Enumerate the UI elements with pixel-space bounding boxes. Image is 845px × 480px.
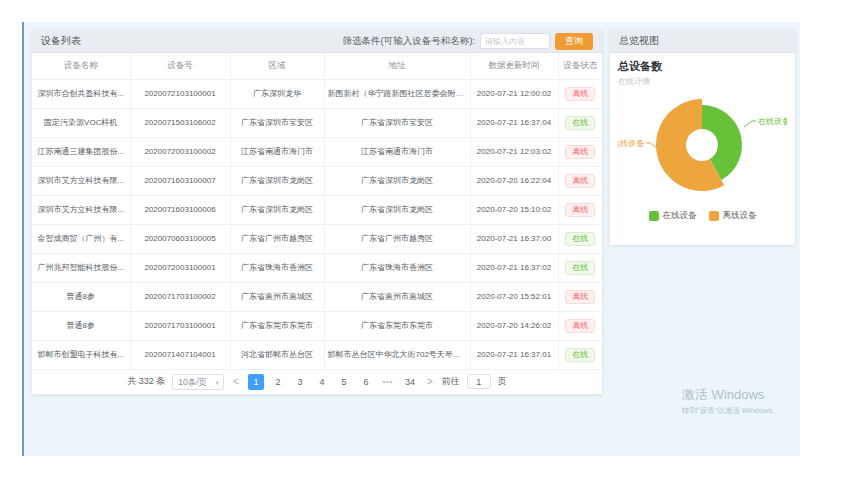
table-row[interactable]: 普通8参2020071703100001广东省东莞市东莞市广东省东莞市东莞市20… — [32, 311, 602, 340]
table-cell: 邯郸市丛台区中华北大街702号天琴大厦4-A02 — [324, 340, 470, 369]
table-cell: 邯郸市创盟电子科技有... — [32, 340, 130, 369]
overview-title: 总览视图 — [619, 34, 659, 48]
page-button[interactable]: 2 — [270, 374, 286, 390]
table-cell: 2020-07-21 16:37:04 — [470, 108, 558, 137]
table-cell: 离线 — [558, 282, 602, 311]
watermark-line1: 激活 Windows — [682, 386, 780, 404]
page-button[interactable]: 6 — [358, 374, 374, 390]
windows-activation-watermark: 激活 Windows 转到"设置"以激活 Windows。 — [682, 386, 780, 416]
legend-item-offline[interactable]: 离线设备 — [709, 210, 757, 222]
table-row[interactable]: 固定污染源VOC样机2020071503106002广东省深圳市宝安区广东省深圳… — [32, 108, 602, 137]
device-table-body: 深圳市合创共盈科技有...2020072103100001广东深圳龙华新围新村（… — [32, 79, 602, 369]
table-cell: 广东省东莞市东莞市 — [230, 311, 324, 340]
page-button[interactable]: 3 — [292, 374, 308, 390]
table-cell: 2020071703100001 — [130, 311, 230, 340]
table-cell: 广东省广州市越秀区 — [324, 224, 470, 253]
table-cell: 离线 — [558, 195, 602, 224]
legend-label: 在线设备 — [663, 210, 697, 222]
table-cell: 广东省深圳市龙岗区 — [324, 166, 470, 195]
table-cell: 2020070603100005 — [130, 224, 230, 253]
table-row[interactable]: 江苏南通三建集团股份...2020072003100002江苏省南通市海门市江苏… — [32, 137, 602, 166]
device-list-header: 设备列表 筛选条件(可输入设备号和名称): 查询 — [32, 30, 602, 53]
table-cell: 广东省珠海市香洲区 — [230, 253, 324, 282]
table-cell: 普通8参 — [32, 311, 130, 340]
table-row[interactable]: 深圳市艾方立科技有限...2020071603100007广东省深圳市龙岗区广东… — [32, 166, 602, 195]
table-cell: 江苏南通三建集团股份... — [32, 137, 130, 166]
page-size-value: 10条/页 — [178, 377, 207, 387]
status-badge: 离线 — [565, 87, 595, 101]
column-header: 数据更新时间 — [470, 53, 558, 79]
filter-input[interactable] — [480, 33, 550, 49]
status-badge: 离线 — [565, 174, 595, 188]
table-cell: 新围新村（华宁路新围社区居委会附近）广东省深... — [324, 79, 470, 108]
table-cell: 金智成商贸（广州）有... — [32, 224, 130, 253]
prev-page-button[interactable]: < — [231, 376, 241, 387]
table-cell: 2020-07-21 16:37:02 — [470, 253, 558, 282]
table-cell: 在线 — [558, 108, 602, 137]
table-row[interactable]: 深圳市合创共盈科技有...2020072103100001广东深圳龙华新围新村（… — [32, 79, 602, 108]
table-cell: 2020-07-20 16:22:04 — [470, 166, 558, 195]
next-page-button[interactable]: > — [425, 376, 435, 387]
table-cell: 2020071407104001 — [130, 340, 230, 369]
table-row[interactable]: 广州兆邦智能科技股份...2020072003100001广东省珠海市香洲区广东… — [32, 253, 602, 282]
table-cell: 广东省东莞市东莞市 — [324, 311, 470, 340]
table-row[interactable]: 金智成商贸（广州）有...2020070603100005广东省广州市越秀区广东… — [32, 224, 602, 253]
chevron-down-icon: ▾ — [216, 376, 220, 390]
page-button[interactable]: 1 — [248, 374, 264, 390]
table-cell: 固定污染源VOC样机 — [32, 108, 130, 137]
table-cell: 深圳市艾方立科技有限... — [32, 195, 130, 224]
chart-title: 总设备数 — [618, 59, 787, 74]
goto-label: 前往 — [442, 375, 460, 388]
table-cell: 广东省惠州市惠城区 — [230, 282, 324, 311]
column-header: 设备名称 — [32, 53, 130, 79]
status-badge: 离线 — [565, 290, 595, 304]
table-cell: 广东省深圳市龙岗区 — [230, 195, 324, 224]
status-badge: 离线 — [565, 203, 595, 217]
search-button[interactable]: 查询 — [555, 33, 593, 50]
pager-ellipsis: ••• — [380, 374, 396, 390]
status-badge: 在线 — [565, 232, 595, 246]
overview-card: 总览视图 总设备数 在线详情 在线设备 离线设备 在线设备 离线设备 — [610, 30, 795, 245]
table-cell: 河北省邯郸市丛台区 — [230, 340, 324, 369]
table-cell: 广东省深圳市宝安区 — [324, 108, 470, 137]
table-cell: 2020-07-20 14:26:02 — [470, 311, 558, 340]
column-header: 设备号 — [130, 53, 230, 79]
table-cell: 广东省惠州市惠城区 — [324, 282, 470, 311]
table-cell: 2020-07-21 16:37:01 — [470, 340, 558, 369]
filter-bar: 筛选条件(可输入设备号和名称): 查询 — [343, 33, 593, 50]
table-cell: 2020072103100001 — [130, 79, 230, 108]
table-cell: 2020072003100001 — [130, 253, 230, 282]
table-cell: 广东省广州市越秀区 — [230, 224, 324, 253]
overview-body: 总设备数 在线详情 在线设备 离线设备 在线设备 离线设备 — [610, 53, 795, 222]
table-cell: 离线 — [558, 311, 602, 340]
legend-item-online[interactable]: 在线设备 — [649, 210, 697, 222]
table-row[interactable]: 普通8参2020071703100002广东省惠州市惠城区广东省惠州市惠城区20… — [32, 282, 602, 311]
donut-chart: 在线设备 离线设备 — [618, 87, 787, 205]
goto-page-input[interactable] — [467, 374, 491, 389]
legend-label: 离线设备 — [723, 210, 757, 222]
table-cell: 离线 — [558, 166, 602, 195]
pager-pages: 123456•••34 — [248, 374, 418, 390]
device-list-card: 设备列表 筛选条件(可输入设备号和名称): 查询 设备名称设备号区域地址数据更新… — [32, 30, 602, 394]
table-row[interactable]: 邯郸市创盟电子科技有...2020071407104001河北省邯郸市丛台区邯郸… — [32, 340, 602, 369]
card-title: 设备列表 — [41, 34, 81, 48]
page-button[interactable]: 4 — [314, 374, 330, 390]
table-cell: 广东省深圳市宝安区 — [230, 108, 324, 137]
table-row[interactable]: 深圳市艾方立科技有限...2020071603100006广东省深圳市龙岗区广东… — [32, 195, 602, 224]
device-table: 设备名称设备号区域地址数据更新时间设备状态 深圳市合创共盈科技有...20200… — [32, 53, 602, 370]
total-count: 共 332 条 — [127, 375, 165, 388]
page-button[interactable]: 34 — [402, 374, 418, 390]
table-cell: 离线 — [558, 137, 602, 166]
chart-legend: 在线设备 离线设备 — [618, 210, 787, 222]
overview-header: 总览视图 — [610, 30, 795, 53]
goto-suffix: 页 — [498, 375, 507, 388]
page-size-select[interactable]: 10条/页 ▾ — [172, 374, 224, 390]
column-header: 地址 — [324, 53, 470, 79]
table-cell: 在线 — [558, 224, 602, 253]
callout-label-online: 在线设备 — [758, 117, 787, 126]
pagination-bar: 共 332 条 10条/页 ▾ < 123456•••34 > 前往 页 — [32, 370, 602, 394]
page-button[interactable]: 5 — [336, 374, 352, 390]
table-cell: 2020072003100002 — [130, 137, 230, 166]
chart-subtitle: 在线详情 — [618, 76, 787, 87]
table-cell: 2020-07-21 12:03:02 — [470, 137, 558, 166]
